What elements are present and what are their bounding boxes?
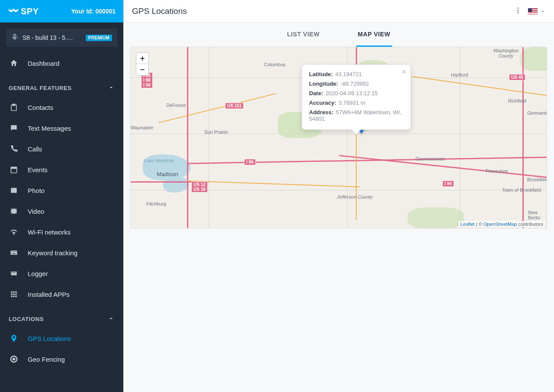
- keypad-icon: [9, 269, 19, 278]
- chevron-up-icon: [108, 84, 115, 92]
- city-label: Sun Prairie: [204, 129, 228, 135]
- zoom-in-button[interactable]: +: [136, 53, 148, 64]
- city-label: Hartford: [451, 72, 468, 77]
- city-label: Oconomowoc: [416, 156, 444, 161]
- home-icon: [9, 59, 19, 67]
- section-locations[interactable]: LOCATIONS: [0, 310, 123, 328]
- main-header: GPS Locations: [123, 0, 554, 22]
- sidebar-item-dashboard[interactable]: Dashboard: [0, 53, 123, 74]
- sidebar: SPY Your Id: 000001 S8 - build 13 - 5.… …: [0, 0, 123, 392]
- osm-link[interactable]: OpenStreetMap: [483, 222, 517, 227]
- sidebar-item-label: Geo Fencing: [28, 356, 65, 363]
- sidebar-item-label: Video: [28, 208, 44, 215]
- map-zoom-control: + −: [136, 52, 149, 76]
- svg-point-1: [518, 10, 519, 11]
- sidebar-item-events[interactable]: Events: [0, 159, 123, 180]
- sidebar-item-logger[interactable]: Logger: [0, 263, 123, 284]
- more-vert-icon[interactable]: [514, 6, 522, 16]
- popup-label: Accuracy:: [309, 100, 336, 106]
- sidebar-item-label: Installed APPs: [28, 291, 70, 298]
- wifi-icon: [9, 228, 19, 236]
- header-actions: [514, 6, 545, 16]
- city-label: Pewaukee: [486, 168, 508, 174]
- sidebar-item-label: Keyword tracking: [28, 249, 77, 257]
- leaflet-link[interactable]: Leaflet: [461, 222, 475, 227]
- county-label: Jefferson County: [337, 194, 373, 199]
- lake-label: Lake Mendota: [144, 158, 174, 163]
- tab-list-view[interactable]: LIST VIEW: [285, 22, 321, 47]
- sidebar-item-label: Contacts: [28, 104, 53, 111]
- flag-us-icon: [528, 8, 538, 14]
- city-label: DeForest: [166, 103, 186, 108]
- chevron-down-icon: [540, 9, 545, 14]
- popup-value: -88.728992: [341, 80, 369, 87]
- highway-shield: US 45: [509, 74, 525, 80]
- clipboard-icon: [9, 103, 19, 112]
- phone-icon: [9, 145, 19, 153]
- sidebar-item-calls[interactable]: Calls: [0, 138, 123, 159]
- city-label: Brookfield: [527, 177, 547, 182]
- sidebar-item-contacts[interactable]: Contacts: [0, 97, 123, 118]
- content: LIST VIEW MAP VIEW: [123, 22, 554, 392]
- sidebar-item-text-messages[interactable]: Text Messages: [0, 118, 123, 138]
- device-selector[interactable]: S8 - build 13 - 5.… PREMIUM: [6, 29, 117, 47]
- sidebar-item-label: Photo: [28, 187, 45, 194]
- sidebar-item-label: Text Messages: [28, 125, 71, 132]
- location-pin-icon: [9, 334, 19, 343]
- popup-value: 2020-04-09 13:12:15: [325, 90, 378, 96]
- map[interactable]: I 39 I 90 I 94 US 151 I 94 US 12 US 18 I…: [130, 47, 547, 228]
- keyboard-icon: [9, 248, 19, 257]
- film-icon: [9, 207, 19, 215]
- city-label: New Berlin: [528, 210, 547, 220]
- sidebar-item-gps-locations[interactable]: GPS Locations: [0, 328, 123, 349]
- view-tabs: LIST VIEW MAP VIEW: [130, 22, 547, 47]
- target-icon: [9, 355, 19, 363]
- sidebar-item-video[interactable]: Video: [0, 201, 123, 222]
- section-label: LOCATIONS: [9, 316, 44, 322]
- tab-map-view[interactable]: MAP VIEW: [356, 22, 392, 47]
- sidebar-topbar: SPY Your Id: 000001: [0, 0, 123, 22]
- sidebar-item-keyword-tracking[interactable]: Keyword tracking: [0, 242, 123, 263]
- premium-badge: PREMIUM: [86, 35, 112, 41]
- sidebar-item-label: GPS Locations: [28, 335, 71, 342]
- your-id-label: Your Id:: [71, 8, 94, 15]
- sidebar-item-photo[interactable]: Photo: [0, 180, 123, 201]
- page-title: GPS Locations: [132, 6, 187, 16]
- section-general-features[interactable]: GENERAL FEATURES: [0, 79, 123, 97]
- brand-logo: SPY: [8, 6, 39, 17]
- highway-shield: US 151: [225, 103, 244, 109]
- chat-icon: [9, 124, 19, 132]
- apps-grid-icon: [9, 290, 19, 299]
- popup-label: Date:: [309, 90, 323, 96]
- sidebar-item-label: Logger: [28, 270, 48, 277]
- popup-value: 43.194721: [335, 71, 362, 77]
- city-label: Madison: [157, 171, 178, 177]
- city-label: Columbus: [264, 62, 286, 67]
- your-id: Your Id: 000001: [71, 8, 116, 15]
- close-icon[interactable]: ×: [401, 67, 406, 77]
- highway-shield: I 94: [244, 159, 256, 165]
- sidebar-item-installed-apps[interactable]: Installed APPs: [0, 284, 123, 305]
- highway-shield: US 12 US 18: [191, 181, 208, 193]
- city-label: Town of Brookfield: [502, 187, 541, 193]
- sidebar-item-label: Dashboard: [28, 60, 59, 67]
- android-icon: [11, 33, 18, 42]
- city-label: Fitchburg: [146, 201, 166, 206]
- county-label: Washington County: [493, 48, 519, 58]
- brand-text: SPY: [21, 6, 39, 16]
- calendar-icon: [9, 165, 19, 174]
- popup-label: Longitude:: [309, 80, 338, 87]
- zoom-out-button[interactable]: −: [136, 64, 148, 75]
- popup-label: Latitude:: [309, 71, 333, 77]
- sidebar-item-geo-fencing[interactable]: Geo Fencing: [0, 349, 123, 370]
- city-label: Waunakee: [131, 125, 153, 130]
- main: GPS Locations LIST VIEW MAP VIEW: [123, 0, 554, 392]
- chevron-up-icon: [108, 315, 115, 323]
- city-label: Germantown: [527, 110, 547, 116]
- language-selector[interactable]: [528, 8, 545, 14]
- sidebar-item-label: Wi-Fi networks: [28, 228, 71, 236]
- device-name: S8 - build 13 - 5.…: [23, 34, 81, 41]
- sidebar-item-wifi[interactable]: Wi-Fi networks: [0, 222, 123, 242]
- your-id-value: 000001: [95, 8, 116, 15]
- brand-mark-icon: [8, 6, 19, 17]
